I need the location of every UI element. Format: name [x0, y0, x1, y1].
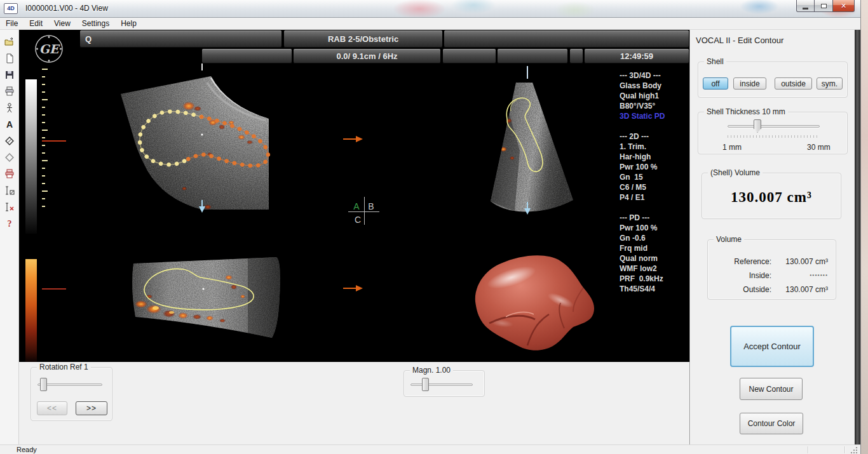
- volume-inside-label: Inside:: [708, 271, 771, 280]
- shell-group: Shell off inside outside sym.: [698, 62, 848, 98]
- volume-reference-label: Reference:: [708, 257, 771, 266]
- rotation-slider-thumb[interactable]: [40, 378, 47, 391]
- center-marker: [202, 288, 204, 290]
- param-section-title: --- 3D/4D ---: [620, 70, 688, 81]
- header-segment: [498, 49, 567, 63]
- rotation-group: Rotation Ref 1 << >>: [31, 367, 112, 421]
- shell-volume-label: (Shell) Volume: [708, 168, 763, 177]
- header-segment-scale: 0.0/ 9.1cm / 6Hz: [294, 49, 440, 63]
- open-icon[interactable]: [3, 36, 16, 48]
- volume-outside-value: 130.007 cm³: [771, 285, 828, 294]
- panel-title: VOCAL II - Edit Contour: [696, 36, 783, 45]
- contour-color-button[interactable]: Contour Color: [740, 413, 803, 434]
- accept-contour-button[interactable]: Accept Contour: [730, 326, 814, 367]
- param-section-title: --- 2D ---: [620, 131, 688, 142]
- header-segment-probe: RAB 2-5/Obstetric: [284, 30, 442, 48]
- title-bar[interactable]: 4D I0000001.V00 - 4D View ✕: [0, 0, 868, 18]
- shell-label: Shell: [704, 57, 726, 66]
- volume-reference-value: 130.007 cm³: [771, 257, 828, 266]
- new-file-icon[interactable]: [3, 53, 16, 64]
- shell-volume-group: (Shell) Volume 130.007 cm³: [702, 173, 841, 219]
- measure-generic-icon[interactable]: [3, 152, 16, 163]
- menu-settings[interactable]: Settings: [76, 18, 115, 29]
- magnification-slider[interactable]: [410, 384, 473, 386]
- orientation-b: B: [368, 201, 374, 211]
- shell-inside-button[interactable]: inside: [733, 77, 766, 90]
- patient-icon[interactable]: [3, 102, 16, 114]
- menu-view[interactable]: View: [48, 18, 76, 29]
- text-edit-icon[interactable]: [3, 185, 16, 196]
- new-contour-button[interactable]: New Contour: [740, 378, 803, 400]
- header-segment: [444, 30, 689, 48]
- minimize-button[interactable]: [796, 0, 815, 12]
- magnification-label: Magn. 1.00: [410, 366, 453, 375]
- measure-icon[interactable]: [3, 135, 16, 147]
- active-mode-label: 3D Static PD: [620, 111, 688, 121]
- status-separator: [844, 446, 845, 453]
- menu-help[interactable]: Help: [115, 18, 142, 29]
- app-window: 4D I0000001.V00 - 4D View ✕ File Edit Vi…: [0, 0, 868, 454]
- quadrant-b-top-tick: [527, 66, 528, 79]
- rotation-slider[interactable]: [37, 384, 102, 386]
- shell-thickness-slider[interactable]: [728, 125, 820, 128]
- left-toolbar: A ?: [0, 30, 19, 444]
- slider-ticks: [728, 135, 820, 138]
- shell-off-button[interactable]: off: [703, 77, 728, 90]
- bottom-controls: Rotation Ref 1 << >> Magn. 1.00: [19, 362, 689, 444]
- menu-bar: File Edit View Settings Help: [0, 18, 860, 30]
- center-marker: [201, 133, 203, 135]
- save-icon[interactable]: [3, 69, 16, 81]
- thickness-min-label: 1 mm: [722, 143, 742, 152]
- menu-file[interactable]: File: [0, 18, 24, 29]
- print-icon[interactable]: [3, 86, 16, 97]
- maximize-button[interactable]: [815, 0, 832, 12]
- print-report-icon[interactable]: [3, 168, 16, 180]
- status-separator: [808, 446, 808, 453]
- magnification-slider-thumb[interactable]: [422, 378, 429, 391]
- minimize-icon: [803, 8, 808, 10]
- shell-thickness-group: Shell Thickness 10 mm 1 mm 30 mm: [698, 112, 848, 154]
- header-segment: [443, 49, 496, 63]
- window-title: I0000001.V00 - 4D View: [25, 4, 108, 13]
- menu-edit[interactable]: Edit: [24, 18, 48, 29]
- window-frame-edge: [860, 0, 868, 454]
- resize-grip[interactable]: [850, 447, 858, 454]
- status-text: Ready: [17, 446, 37, 453]
- vocal-panel: VOCAL II - Edit Contour Shell off inside…: [689, 30, 855, 444]
- rotation-label: Rotation Ref 1: [37, 363, 91, 371]
- focus-marker-bottom: [42, 288, 66, 290]
- acquisition-parameters: --- 3D/4D --- Glass Body Qual high1 B80°…: [620, 70, 688, 294]
- magnification-group: Magn. 1.00: [403, 370, 485, 397]
- header-segment: [570, 49, 583, 63]
- orientation-a: A: [353, 201, 360, 211]
- help-icon[interactable]: ?: [3, 218, 16, 229]
- shell-sym-button[interactable]: sym.: [817, 77, 843, 90]
- header-segment-q: Q: [80, 30, 281, 48]
- shell-volume-value: 130.007 cm³: [702, 189, 841, 206]
- rotation-next-button[interactable]: >>: [76, 401, 107, 415]
- svg-text:A: A: [6, 119, 12, 130]
- param-section-title: --- PD ---: [620, 213, 688, 223]
- thickness-max-label: 30 mm: [807, 143, 831, 152]
- ultrasound-graphics: A B C: [19, 30, 689, 362]
- rotation-prev-button[interactable]: <<: [37, 401, 67, 415]
- quadrant-a-top-tick: [201, 63, 203, 70]
- volume-outside-label: Outside:: [708, 285, 771, 294]
- maximize-icon: [821, 4, 827, 8]
- svg-text:GE: GE: [39, 42, 60, 56]
- grayscale-bar: [25, 79, 37, 234]
- ge-logo: GE: [32, 32, 66, 66]
- shell-thickness-label: Shell Thickness 10 mm: [704, 107, 788, 116]
- close-button[interactable]: ✕: [832, 0, 855, 12]
- volume-group: Volume Reference: 130.007 cm³ Inside: **…: [707, 239, 836, 300]
- shell-thickness-slider-thumb[interactable]: [754, 119, 761, 133]
- ultrasound-viewport: A B C GE Q RAB 2-5/Obstetric: [19, 30, 689, 362]
- text-annotation-icon[interactable]: A: [3, 119, 16, 130]
- panel-scrollbar[interactable]: [855, 30, 860, 444]
- shell-outside-button[interactable]: outside: [775, 77, 812, 90]
- close-icon: ✕: [841, 2, 846, 10]
- text-delete-icon[interactable]: [3, 201, 16, 213]
- orientation-c: C: [355, 215, 361, 225]
- volume-inside-value: *******: [771, 273, 828, 279]
- app-icon: 4D: [4, 3, 18, 14]
